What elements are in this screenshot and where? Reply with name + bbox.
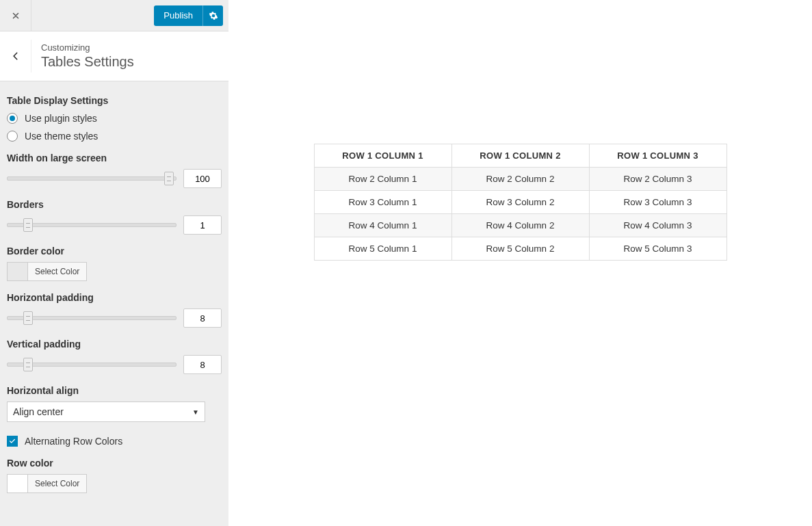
table-cell: Row 5 Column 2 <box>451 237 589 261</box>
display-settings-heading: Table Display Settings <box>7 95 222 106</box>
border-color-swatch[interactable] <box>7 262 27 281</box>
page-title: Tables Settings <box>41 54 134 70</box>
back-button[interactable] <box>0 40 31 73</box>
publish-button[interactable]: Publish <box>154 5 202 26</box>
table-cell: Row 3 Column 2 <box>451 191 589 214</box>
radio-label: Use plugin styles <box>25 113 97 124</box>
table-cell: Row 2 Column 2 <box>451 168 589 191</box>
slider-thumb[interactable] <box>23 358 33 371</box>
table-header-cell: ROW 1 COLUMN 3 <box>589 144 726 168</box>
slider-thumb[interactable] <box>23 218 33 232</box>
hpad-input[interactable] <box>183 308 222 328</box>
customizer-topbar: Publish <box>0 0 228 31</box>
checkbox-icon <box>7 436 18 447</box>
hpad-slider[interactable] <box>7 316 176 320</box>
breadcrumb: Customizing <box>41 42 134 53</box>
style-option-plugin[interactable]: Use plugin styles <box>7 113 222 124</box>
table-row: Row 5 Column 1Row 5 Column 2Row 5 Column… <box>314 237 726 261</box>
slider-thumb[interactable] <box>23 311 33 325</box>
table-row: Row 3 Column 1Row 3 Column 2Row 3 Column… <box>314 191 726 214</box>
vpad-slider[interactable] <box>7 363 176 367</box>
preview-pane: ROW 1 COLUMN 1ROW 1 COLUMN 2ROW 1 COLUMN… <box>228 0 812 526</box>
panel-header: Customizing Tables Settings <box>0 31 228 81</box>
table-cell: Row 5 Column 1 <box>314 237 451 261</box>
halign-label: Horizontal align <box>7 385 222 396</box>
settings-scroll[interactable]: Table Display Settings Use plugin styles… <box>0 81 228 526</box>
table-cell: Row 3 Column 3 <box>589 191 726 214</box>
close-icon <box>11 11 21 21</box>
close-button[interactable] <box>0 0 31 31</box>
preview-table: ROW 1 COLUMN 1ROW 1 COLUMN 2ROW 1 COLUMN… <box>314 144 727 261</box>
row-color-label: Row color <box>7 458 222 469</box>
border-color-label: Border color <box>7 246 222 257</box>
table-cell: Row 2 Column 3 <box>589 168 726 191</box>
checkbox-label: Alternating Row Colors <box>25 436 122 447</box>
slider-thumb[interactable] <box>164 172 174 185</box>
halign-select[interactable]: Align center ▼ <box>7 402 205 422</box>
chevron-down-icon: ▼ <box>192 408 199 416</box>
width-slider[interactable] <box>7 176 176 181</box>
select-value: Align center <box>13 406 64 417</box>
table-header-cell: ROW 1 COLUMN 1 <box>314 144 451 168</box>
table-cell: Row 4 Column 3 <box>589 214 726 237</box>
vpad-input[interactable] <box>183 355 222 374</box>
row-color-swatch[interactable] <box>7 474 27 493</box>
hpad-label: Horizontal padding <box>7 292 222 303</box>
width-input[interactable] <box>183 169 222 188</box>
table-row: Row 2 Column 1Row 2 Column 2Row 2 Column… <box>314 168 726 191</box>
border-color-button[interactable]: Select Color <box>27 262 87 281</box>
style-option-theme[interactable]: Use theme styles <box>7 131 222 142</box>
radio-label: Use theme styles <box>25 131 98 142</box>
table-row: Row 4 Column 1Row 4 Column 2Row 4 Column… <box>314 214 726 237</box>
table-header-row: ROW 1 COLUMN 1ROW 1 COLUMN 2ROW 1 COLUMN… <box>314 144 726 168</box>
borders-input[interactable] <box>183 215 222 235</box>
radio-icon <box>7 113 18 124</box>
chevron-left-icon <box>11 51 21 61</box>
table-header-cell: ROW 1 COLUMN 2 <box>451 144 589 168</box>
width-label: Width on large screen <box>7 153 222 163</box>
table-cell: Row 4 Column 1 <box>314 214 451 237</box>
customizer-sidebar: Publish Customizing Tables Settings Tabl… <box>0 0 228 526</box>
alt-rows-checkbox-row[interactable]: Alternating Row Colors <box>7 436 222 447</box>
row-color-button[interactable]: Select Color <box>27 474 87 493</box>
table-cell: Row 2 Column 1 <box>314 168 451 191</box>
table-cell: Row 3 Column 1 <box>314 191 451 214</box>
radio-icon <box>7 131 18 142</box>
table-cell: Row 5 Column 3 <box>589 237 726 261</box>
table-cell: Row 4 Column 2 <box>451 214 589 237</box>
vpad-label: Vertical padding <box>7 339 222 350</box>
borders-label: Borders <box>7 199 222 210</box>
gear-icon <box>209 11 218 21</box>
borders-slider[interactable] <box>7 223 176 227</box>
publish-settings-button[interactable] <box>202 5 223 26</box>
